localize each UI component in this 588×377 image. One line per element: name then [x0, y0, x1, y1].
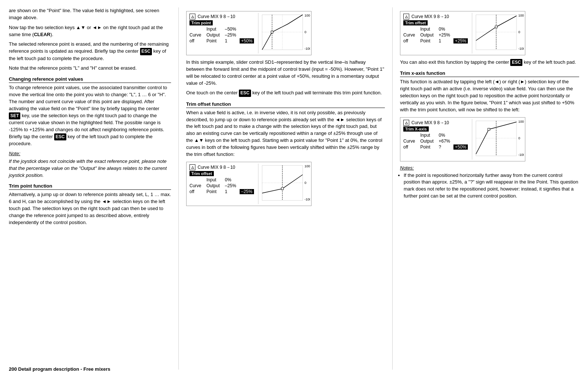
input-val-4: 0% [439, 133, 452, 138]
point-off-3: off [403, 38, 419, 43]
input-key-4: Input [420, 133, 437, 138]
svg-text:-100: -100 [305, 47, 310, 50]
mid-para-3: When a value field is active, i.e. in in… [186, 109, 385, 158]
svg-rect-4 [271, 31, 273, 33]
point-num-2: 1 [225, 189, 238, 194]
curve-title-2: Curve MIX 9 8→10 [198, 165, 235, 170]
svg-rect-28 [488, 128, 490, 130]
page-footer: 200 Detail program description - Free mi… [9, 366, 110, 372]
svg-text:100: 100 [305, 14, 310, 17]
curve-logo-4: △ [403, 120, 409, 126]
right-para-2: This function is activated by tapping th… [400, 78, 579, 113]
section2-text: Alternatively, a jump up or down to refe… [9, 191, 171, 226]
curve-graph-3: 100 0 -100 [472, 13, 523, 53]
curve-title-row-3: △ Curve MIX 9 8→10 [403, 14, 470, 20]
curve-title-row-4: △ Curve MIX 9 8→10 [403, 120, 470, 126]
curve-row-point-4: off Point ? +50% [403, 144, 470, 150]
svg-text:-100: -100 [518, 47, 524, 50]
output-label-3: Curve [403, 32, 419, 38]
input-val-1: –50% [225, 27, 238, 32]
output-val-1: –25% [225, 32, 238, 38]
left-para-2: Now tap the two selection keys ▲▼ or ◄► … [9, 24, 171, 38]
curve-title-3: Curve MIX 9 8→10 [411, 14, 449, 19]
curve-graph-1: 100 0 -100 [258, 13, 310, 53]
output-val-2: –25% [225, 183, 238, 188]
mid-para-2: One touch on the center ESC key of the l… [186, 90, 385, 97]
trim-point-badge: Trim point [189, 20, 213, 25]
left-para-4: Note that the reference points "L" and "… [9, 65, 171, 72]
svg-text:100: 100 [518, 120, 524, 123]
curve-info-4: △ Curve MIX 9 8→10 Trim X-axis Input 0% … [402, 119, 472, 160]
curve-svg-1: 100 0 -100 [258, 13, 310, 53]
curve-row-input-3: Input 0% [403, 27, 470, 32]
curve-info-3: △ Curve MIX 9 8→10 Trim offset Input 0% … [402, 13, 472, 53]
curve-title-4: Curve MIX 9 8→10 [411, 120, 449, 125]
curve-svg-3: 100 0 -100 [472, 13, 524, 53]
point-key-4: Point [420, 144, 437, 150]
output-label-1: Curve [189, 32, 205, 38]
point-val-2: –25% [240, 189, 254, 194]
output-key-3: Output [420, 32, 437, 38]
point-val-4: +50% [453, 144, 468, 150]
output-val-4: +67% [439, 139, 452, 144]
point-val-1: +50% [240, 38, 254, 43]
left-column: are shown on the "Point" line. The value… [9, 7, 178, 370]
right-para-1: You can also exit this function by tappi… [400, 59, 579, 66]
note-item-1: If the point is repositioned horizontall… [404, 172, 579, 200]
svg-text:-100: -100 [305, 198, 310, 201]
curve-widget-trim-offset-neg: △ Curve MIX 9 8→10 Trim offset Input 0% … [186, 162, 312, 206]
curve-logo-1: △ [189, 14, 195, 20]
trim-offset-badge-pos: Trim offset [403, 20, 428, 25]
point-num-1: 1 [225, 38, 238, 43]
note-text: If the joystick does not coincide with t… [9, 158, 171, 179]
mid-para-1: In this simple example, slider control S… [186, 59, 385, 87]
point-key-1: Point [206, 38, 223, 43]
input-key-1: Input [206, 27, 223, 32]
note-block: Note: If the joystick does not coincide … [9, 150, 171, 179]
svg-text:0: 0 [305, 181, 306, 185]
trim-offset-badge-neg: Trim offset [189, 171, 214, 176]
curve-row-point-3: off Point 1 +25% [403, 38, 470, 43]
esc-key-right: ESC [510, 59, 522, 66]
curve-row-output-3: Curve Output +25% [403, 32, 470, 38]
curve-graph-2: 100 0 -100 [258, 164, 310, 204]
left-para-1: are shown on the "Point" line. The value… [9, 7, 171, 21]
input-key-3: Input [420, 27, 437, 32]
curve-row-point-2: off Point 1 –25% [189, 189, 257, 194]
esc-key-inline-2: ESC [54, 133, 66, 140]
set-key-inline: SET [9, 112, 20, 119]
curve-widget-trim-xaxis: △ Curve MIX 9 8→10 Trim X-axis Input 0% … [400, 117, 525, 161]
curve-row-input-4: Input 0% [403, 133, 470, 138]
curve-logo-2: △ [189, 164, 195, 170]
svg-text:-100: -100 [518, 153, 524, 157]
note-label: Note: [9, 150, 171, 157]
notes-list: If the point is repositioned horizontall… [404, 172, 579, 200]
output-key-2: Output [206, 183, 223, 188]
trim-xaxis-badge: Trim X-axis [403, 126, 429, 132]
section-heading-trim-point: Trim point function [9, 183, 171, 190]
curve-title-row-2: △ Curve MIX 9 8→10 [189, 164, 257, 170]
input-val-3: 0% [439, 27, 452, 32]
point-val-3: +25% [453, 38, 468, 43]
point-key-3: Point [420, 38, 437, 43]
curve-title-1: Curve MIX 9 8→10 [198, 14, 235, 19]
svg-text:100: 100 [518, 14, 524, 17]
curve-logo-3: △ [403, 14, 409, 20]
right-column: △ Curve MIX 9 8→10 Trim offset Input 0% … [392, 7, 579, 370]
point-num-3: 1 [439, 38, 452, 43]
output-label-4: Curve [403, 139, 419, 144]
svg-rect-20 [495, 26, 497, 28]
section-heading-ref-point: Changing reference point values [9, 76, 171, 83]
input-val-2: 0% [225, 177, 238, 182]
esc-key-inline: ESC [140, 48, 152, 55]
curve-row-output-1: Curve Output –25% [189, 32, 257, 38]
point-key-2: Point [206, 189, 223, 194]
section1-text: To change reference point values, use th… [9, 84, 171, 147]
curve-graph-4: 100 0 -100 [472, 119, 523, 160]
curve-row-input-1: Input –50% [189, 27, 257, 32]
curve-info-2: △ Curve MIX 9 8→10 Trim offset Input 0% … [188, 164, 258, 204]
input-key-2: Input [206, 177, 223, 182]
page-container: are shown on the "Point" line. The value… [0, 0, 588, 377]
curve-row-output-2: Curve Output –25% [189, 183, 257, 188]
svg-text:0: 0 [305, 30, 306, 34]
